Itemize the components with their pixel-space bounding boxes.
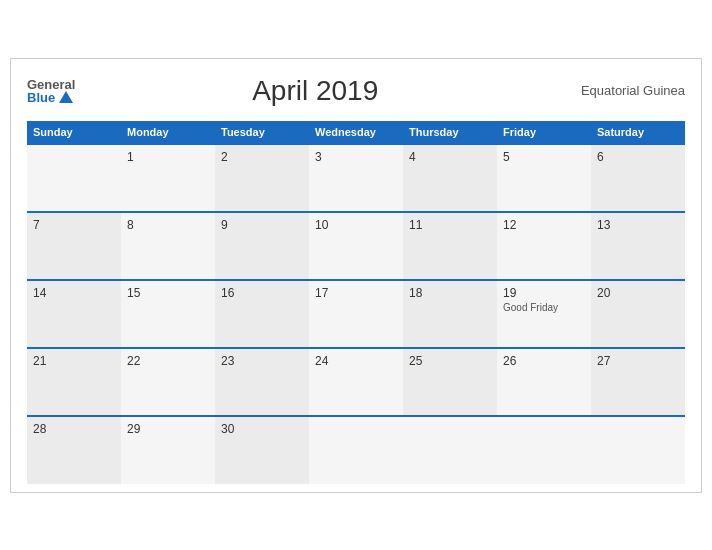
day-number: 1 bbox=[127, 150, 209, 164]
day-number: 4 bbox=[409, 150, 491, 164]
calendar-cell: 25 bbox=[403, 348, 497, 416]
calendar-cell bbox=[497, 416, 591, 484]
day-number: 20 bbox=[597, 286, 679, 300]
calendar-week-3: 21222324252627 bbox=[27, 348, 685, 416]
day-number: 8 bbox=[127, 218, 209, 232]
calendar-cell: 22 bbox=[121, 348, 215, 416]
logo-general-text: General bbox=[27, 78, 75, 91]
calendar-week-0: 123456 bbox=[27, 144, 685, 212]
calendar-week-1: 78910111213 bbox=[27, 212, 685, 280]
calendar-cell: 29 bbox=[121, 416, 215, 484]
day-number: 5 bbox=[503, 150, 585, 164]
day-number: 30 bbox=[221, 422, 303, 436]
calendar-week-4: 282930 bbox=[27, 416, 685, 484]
day-event: Good Friday bbox=[503, 302, 585, 313]
calendar-cell: 17 bbox=[309, 280, 403, 348]
day-number: 19 bbox=[503, 286, 585, 300]
day-number: 15 bbox=[127, 286, 209, 300]
calendar-cell: 16 bbox=[215, 280, 309, 348]
calendar-cell: 18 bbox=[403, 280, 497, 348]
calendar-cell: 11 bbox=[403, 212, 497, 280]
day-number: 18 bbox=[409, 286, 491, 300]
day-number: 26 bbox=[503, 354, 585, 368]
day-number: 23 bbox=[221, 354, 303, 368]
calendar-cell: 4 bbox=[403, 144, 497, 212]
calendar-cell: 7 bbox=[27, 212, 121, 280]
weekday-header-sunday: Sunday bbox=[27, 121, 121, 144]
calendar-country: Equatorial Guinea bbox=[555, 83, 685, 98]
calendar-cell: 26 bbox=[497, 348, 591, 416]
weekday-header-row: SundayMondayTuesdayWednesdayThursdayFrid… bbox=[27, 121, 685, 144]
day-number: 28 bbox=[33, 422, 115, 436]
calendar-cell: 24 bbox=[309, 348, 403, 416]
calendar-week-2: 141516171819Good Friday20 bbox=[27, 280, 685, 348]
day-number: 13 bbox=[597, 218, 679, 232]
weekday-header-saturday: Saturday bbox=[591, 121, 685, 144]
calendar-cell: 5 bbox=[497, 144, 591, 212]
calendar-cell: 15 bbox=[121, 280, 215, 348]
day-number: 12 bbox=[503, 218, 585, 232]
calendar-cell: 8 bbox=[121, 212, 215, 280]
calendar-cell: 12 bbox=[497, 212, 591, 280]
calendar-cell: 27 bbox=[591, 348, 685, 416]
calendar-cell: 28 bbox=[27, 416, 121, 484]
day-number: 7 bbox=[33, 218, 115, 232]
day-number: 3 bbox=[315, 150, 397, 164]
calendar-cell: 10 bbox=[309, 212, 403, 280]
day-number: 29 bbox=[127, 422, 209, 436]
logo-blue-text: Blue bbox=[27, 91, 75, 104]
day-number: 17 bbox=[315, 286, 397, 300]
day-number: 6 bbox=[597, 150, 679, 164]
calendar-grid: SundayMondayTuesdayWednesdayThursdayFrid… bbox=[27, 121, 685, 484]
day-number: 27 bbox=[597, 354, 679, 368]
calendar-cell: 3 bbox=[309, 144, 403, 212]
day-number: 9 bbox=[221, 218, 303, 232]
calendar-cell: 23 bbox=[215, 348, 309, 416]
weekday-header-thursday: Thursday bbox=[403, 121, 497, 144]
calendar-cell bbox=[309, 416, 403, 484]
calendar-cell: 21 bbox=[27, 348, 121, 416]
calendar-cell: 20 bbox=[591, 280, 685, 348]
calendar-cell: 2 bbox=[215, 144, 309, 212]
day-number: 16 bbox=[221, 286, 303, 300]
calendar-cell: 1 bbox=[121, 144, 215, 212]
calendar-cell: 19Good Friday bbox=[497, 280, 591, 348]
calendar-cell bbox=[591, 416, 685, 484]
calendar-title: April 2019 bbox=[75, 75, 555, 107]
logo-triangle-icon bbox=[59, 91, 73, 103]
calendar-header: General Blue April 2019 Equatorial Guine… bbox=[27, 75, 685, 107]
day-number: 2 bbox=[221, 150, 303, 164]
calendar-cell: 30 bbox=[215, 416, 309, 484]
day-number: 14 bbox=[33, 286, 115, 300]
day-number: 25 bbox=[409, 354, 491, 368]
calendar-cell: 9 bbox=[215, 212, 309, 280]
calendar-thead: SundayMondayTuesdayWednesdayThursdayFrid… bbox=[27, 121, 685, 144]
day-number: 21 bbox=[33, 354, 115, 368]
weekday-header-monday: Monday bbox=[121, 121, 215, 144]
day-number: 24 bbox=[315, 354, 397, 368]
calendar-tbody: 12345678910111213141516171819Good Friday… bbox=[27, 144, 685, 484]
logo: General Blue bbox=[27, 78, 75, 104]
calendar-cell: 6 bbox=[591, 144, 685, 212]
calendar-cell bbox=[27, 144, 121, 212]
weekday-header-tuesday: Tuesday bbox=[215, 121, 309, 144]
calendar-cell: 14 bbox=[27, 280, 121, 348]
day-number: 11 bbox=[409, 218, 491, 232]
calendar-cell: 13 bbox=[591, 212, 685, 280]
day-number: 10 bbox=[315, 218, 397, 232]
day-number: 22 bbox=[127, 354, 209, 368]
calendar-cell bbox=[403, 416, 497, 484]
calendar-container: General Blue April 2019 Equatorial Guine… bbox=[10, 58, 702, 493]
weekday-header-wednesday: Wednesday bbox=[309, 121, 403, 144]
weekday-header-friday: Friday bbox=[497, 121, 591, 144]
